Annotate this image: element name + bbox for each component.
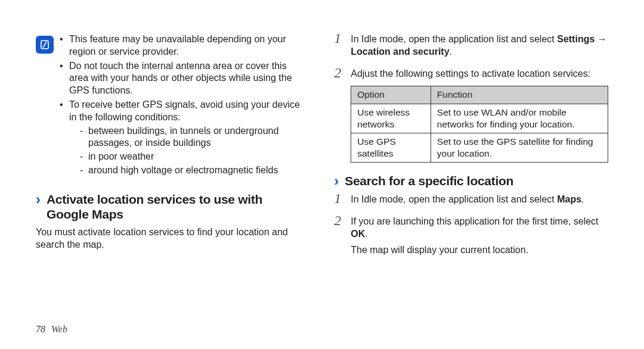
table-row: Use GPS satellites Set to use the GPS sa… <box>351 133 608 162</box>
note-icon <box>36 36 54 54</box>
step: Adjust the following settings to activat… <box>334 68 608 163</box>
step-text-pre: Adjust the following settings to activat… <box>351 68 590 79</box>
step-followup: The map will display your current locati… <box>351 244 608 257</box>
tip-text: To receive better GPS signals, avoid usi… <box>69 99 300 122</box>
step-text-post: . <box>365 229 367 239</box>
section-name: Web <box>51 324 67 335</box>
tips-list: This feature may be unavailable dependin… <box>60 33 304 179</box>
sub-tip: between buildings, in tunnels or undergr… <box>80 125 304 150</box>
page-number: 78 <box>36 324 45 335</box>
sub-tip: in poor weather <box>80 151 304 163</box>
step: If you are launching this application fo… <box>334 216 608 256</box>
chevron-right-icon: › <box>36 192 41 207</box>
note-block: This feature may be unavailable dependin… <box>36 33 304 179</box>
steps-search-location: In Idle mode, open the application list … <box>334 194 608 256</box>
table-header-row: Option Function <box>351 86 608 104</box>
step-text-pre: In Idle mode, open the application list … <box>351 34 557 44</box>
sub-tip: around high voltage or electromagnetic f… <box>80 164 304 177</box>
step-text-pre: In Idle mode, open the application list … <box>351 194 557 204</box>
table-row: Use wireless networks Set to use WLAN an… <box>351 104 608 133</box>
tip: This feature may be unavailable dependin… <box>60 33 304 58</box>
table-cell-function: Set to use WLAN and/or mobile networks f… <box>431 104 608 133</box>
step-text-pre: If you are launching this application fo… <box>351 216 598 226</box>
section-heading-activate-location: › Activate location services to use with… <box>36 192 304 222</box>
section-title: Search for a specific location <box>345 173 513 188</box>
page-footer: 78 Web <box>36 324 67 335</box>
steps-activate-location: In Idle mode, open the application list … <box>334 33 608 163</box>
right-column: In Idle mode, open the application list … <box>334 33 608 349</box>
step-text-bold: Maps <box>557 194 581 204</box>
section-heading-search-location: › Search for a specific location <box>334 173 608 189</box>
step-text-bold: OK <box>351 229 365 239</box>
section-title: Activate location services to use with G… <box>47 192 304 222</box>
table-cell-option: Use GPS satellites <box>351 133 431 162</box>
step: In Idle mode, open the application list … <box>334 33 608 58</box>
tip: Do not touch the internal antenna area o… <box>60 60 304 97</box>
step-text-post: . <box>581 194 584 204</box>
tip: To receive better GPS signals, avoid usi… <box>60 99 304 177</box>
section-lead: You must activate location services to f… <box>36 226 304 251</box>
table-header-option: Option <box>351 86 431 104</box>
chevron-right-icon: › <box>334 173 339 189</box>
options-table: Option Function Use wireless networks Se… <box>351 86 608 163</box>
step-text-post: . <box>450 46 452 57</box>
left-column: This feature may be unavailable dependin… <box>36 33 310 349</box>
sub-tips-list: between buildings, in tunnels or undergr… <box>80 125 304 177</box>
manual-page: This feature may be unavailable dependin… <box>0 0 644 349</box>
table-cell-function: Set to use the GPS satellite for finding… <box>431 133 608 162</box>
table-header-function: Function <box>431 86 608 104</box>
step: In Idle mode, open the application list … <box>334 194 608 206</box>
table-cell-option: Use wireless networks <box>351 104 431 133</box>
